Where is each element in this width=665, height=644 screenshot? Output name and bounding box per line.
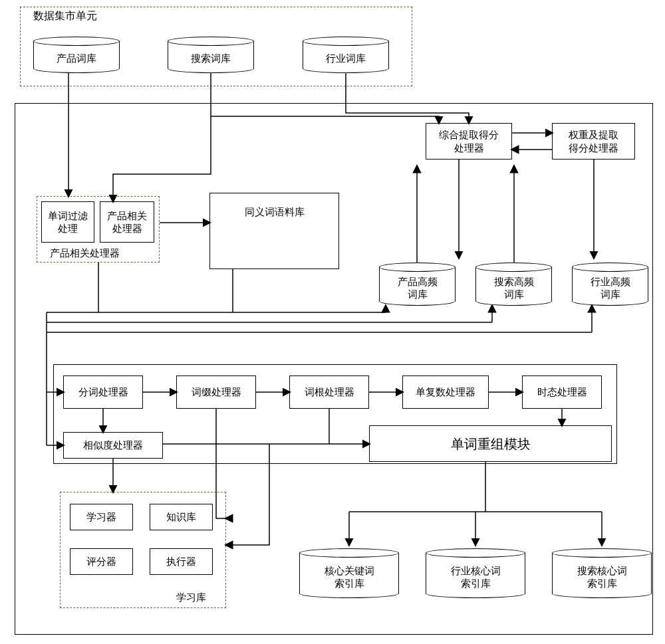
cyl-industry-lex: 行业词库 xyxy=(303,37,389,73)
word-filter-label: 单词过滤处理 xyxy=(48,209,88,235)
cyl-industry-hf: 行业高频词库 xyxy=(572,263,648,306)
cyl-search-core-idx: 搜索核心词索引库 xyxy=(552,548,652,598)
cyl-product-lex: 产品词库 xyxy=(33,37,120,73)
similarity-label: 相似度处理器 xyxy=(83,439,143,452)
executor-box: 执行器 xyxy=(150,548,213,575)
cyl-core-keyword-idx: 核心关键词索引库 xyxy=(299,548,399,598)
recombine-box: 单词重组模块 xyxy=(369,425,612,462)
comprehensive-score-box: 综合提取得分处理器 xyxy=(426,123,512,160)
knowledge-label: 知识库 xyxy=(166,510,196,524)
learner-box: 学习器 xyxy=(70,504,133,530)
recombine-label: 单词重组模块 xyxy=(451,435,531,453)
product-related-label: 产品相关处理器 xyxy=(107,209,147,235)
knowledge-box: 知识库 xyxy=(150,504,213,530)
cyl-industry-core-idx: 行业核心词索引库 xyxy=(426,548,525,598)
synonym-corpus-label: 同义词语料库 xyxy=(245,195,305,219)
cyl-search-lex: 搜索词库 xyxy=(168,37,254,73)
data-mart-label: 数据集市单元 xyxy=(33,9,97,23)
product-related-group-label: 产品相关处理器 xyxy=(50,247,120,260)
scorer-label: 评分器 xyxy=(86,555,116,568)
learning-group-label: 学习库 xyxy=(176,591,206,604)
executor-label: 执行器 xyxy=(166,555,196,568)
cyl-search-hf: 搜索高频词库 xyxy=(475,263,552,306)
comprehensive-score-label: 综合提取得分处理器 xyxy=(439,128,499,154)
product-related-box: 产品相关处理器 xyxy=(100,201,154,243)
weight-score-box: 权重及提取得分处理器 xyxy=(552,123,635,160)
learner-label: 学习器 xyxy=(86,510,116,524)
cyl-product-hf: 产品高频词库 xyxy=(379,263,456,306)
word-filter-box: 单词过滤处理 xyxy=(41,201,94,243)
weight-score-label: 权重及提取得分处理器 xyxy=(569,128,618,154)
similarity-box: 相似度处理器 xyxy=(63,432,163,459)
scorer-box: 评分器 xyxy=(70,548,133,575)
synonym-corpus-box: 同义词语料库 xyxy=(209,193,339,269)
